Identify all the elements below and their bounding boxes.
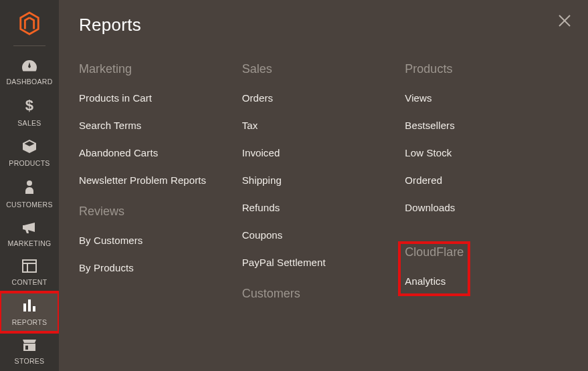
sidebar-item-dashboard[interactable]: DASHBOARD [0,53,59,92]
link-search-terms[interactable]: Search Terms [79,120,229,131]
section-heading-sales: Sales [242,62,392,76]
link-coupons[interactable]: Coupons [242,229,392,241]
link-cloudflare-analytics[interactable]: Analytics [405,275,464,287]
admin-sidebar: DASHBOARD $ SALES PRODUCTS CUSTOMERS MAR… [0,0,59,371]
magento-logo-icon [17,11,41,35]
link-ordered[interactable]: Ordered [405,174,555,186]
storefront-icon [0,338,59,353]
link-tax[interactable]: Tax [242,120,392,131]
section-heading-marketing: Marketing [79,62,229,76]
page-title: Reports [79,15,568,35]
reports-flyout-panel: Reports Marketing Products in Cart Searc… [59,0,588,371]
link-products-in-cart[interactable]: Products in Cart [79,92,229,104]
link-downloads[interactable]: Downloads [405,202,555,213]
gauge-icon [0,59,59,74]
link-reviews-by-products[interactable]: By Products [79,262,229,273]
sidebar-label: CUSTOMERS [6,201,53,209]
section-heading-products: Products [405,62,555,76]
close-button[interactable] [557,13,572,31]
sidebar-item-customers[interactable]: CUSTOMERS [0,173,59,215]
cloudflare-group: CloudFlare Analytics [399,243,469,295]
svg-rect-2 [23,260,36,272]
link-shipping[interactable]: Shipping [242,174,392,186]
sidebar-label: MARKETING [7,239,51,247]
layout-icon [0,259,59,274]
sidebar-item-products[interactable]: PRODUCTS [0,133,59,173]
section-heading-customers: Customers [242,287,392,301]
sidebar-label: DASHBOARD [6,78,52,86]
section-heading-reviews: Reviews [79,205,229,219]
column-sales-customers: Sales Orders Tax Invoiced Shipping Refun… [242,62,405,317]
megaphone-icon [0,221,59,235]
magento-logo[interactable] [16,11,43,36]
link-orders[interactable]: Orders [242,92,392,104]
sidebar-item-reports[interactable]: REPORTS [0,292,59,332]
link-abandoned-carts[interactable]: Abandoned Carts [79,147,229,158]
sidebar-label: PRODUCTS [9,159,50,167]
link-invoiced[interactable]: Invoiced [242,147,392,158]
sidebar-item-marketing[interactable]: MARKETING [0,215,59,253]
svg-rect-6 [28,299,31,312]
sidebar-divider [13,45,45,46]
sidebar-label: STORES [15,357,45,365]
close-icon [557,13,572,28]
column-products-cloudflare: Products Views Bestsellers Low Stock Ord… [405,62,568,317]
sidebar-item-sales[interactable]: $ SALES [0,92,59,133]
link-reviews-by-customers[interactable]: By Customers [79,235,229,246]
svg-point-1 [27,180,32,186]
section-heading-cloudflare: CloudFlare [405,245,464,259]
sidebar-label: REPORTS [12,318,47,326]
sidebar-item-content[interactable]: CONTENT [0,253,59,292]
link-views[interactable]: Views [405,92,555,104]
bar-chart-icon [0,298,59,314]
sidebar-item-stores[interactable]: STORES [0,332,59,371]
link-newsletter-problem[interactable]: Newsletter Problem Reports [79,174,229,186]
svg-rect-5 [23,303,26,312]
box-icon [0,139,59,155]
sidebar-label: SALES [17,119,41,127]
svg-text:$: $ [25,98,34,114]
dollar-icon: $ [0,98,59,115]
link-paypal-settlement[interactable]: PayPal Settlement [242,257,392,268]
link-refunds[interactable]: Refunds [242,202,392,213]
column-marketing-reviews: Marketing Products in Cart Search Terms … [79,62,242,317]
person-icon [0,179,59,197]
link-bestsellers[interactable]: Bestsellers [405,120,555,131]
sidebar-label: CONTENT [12,278,47,286]
svg-rect-7 [33,306,35,312]
link-low-stock[interactable]: Low Stock [405,147,555,158]
